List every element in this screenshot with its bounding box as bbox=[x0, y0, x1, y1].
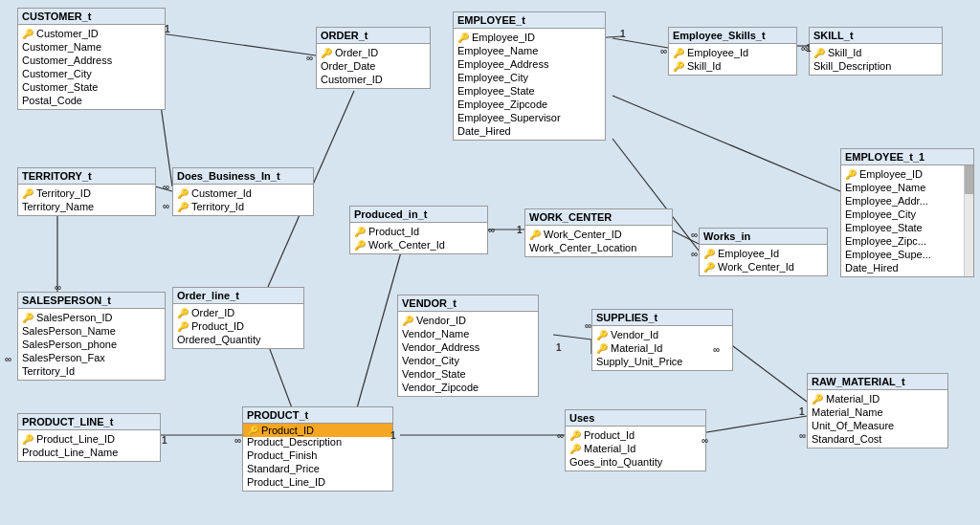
table-title-SUPPLIES_t: SUPPLIES_t bbox=[592, 310, 732, 326]
table-title-Works_in: Works_in bbox=[700, 229, 827, 245]
key-icon: 🔑 bbox=[177, 202, 189, 212]
table-SALESPERSON_t: SALESPERSON_t 🔑SalesPerson_ID SalesPerso… bbox=[17, 292, 166, 381]
table-SKILL_t: SKILL_t 🔑Skill_Id Skill_Description bbox=[809, 27, 943, 76]
key-icon: 🔑 bbox=[177, 308, 189, 318]
svg-line-16 bbox=[553, 335, 591, 339]
svg-line-0 bbox=[161, 33, 316, 55]
table-EMPLOYEE_t_1: EMPLOYEE_t_1 🔑Employee_ID Employee_Name … bbox=[840, 148, 974, 277]
table-title-ORDER_t: ORDER_t bbox=[317, 28, 430, 44]
cardinality-label: 1 bbox=[799, 406, 805, 417]
table-SUPPLIES_t: SUPPLIES_t 🔑Vendor_Id 🔑Material_Id Suppl… bbox=[591, 309, 733, 371]
cardinality-label: ∞ bbox=[306, 53, 313, 63]
cardinality-label: ∞ bbox=[799, 430, 806, 441]
key-icon: 🔑 bbox=[703, 249, 715, 259]
key-icon: 🔑 bbox=[596, 343, 608, 354]
cardinality-label: ∞ bbox=[585, 320, 591, 331]
table-title-CUSTOMER_t: CUSTOMER_t bbox=[18, 9, 165, 25]
key-icon: 🔑 bbox=[402, 316, 413, 326]
table-title-PRODUCT_LINE_t: PRODUCT_LINE_t bbox=[18, 414, 160, 430]
key-icon: 🔑 bbox=[22, 188, 33, 199]
table-title-Employee_Skills_t: Employee_Skills_t bbox=[669, 28, 796, 44]
table-PRODUCT_LINE_t: PRODUCT_LINE_t 🔑Product_Line_ID Product_… bbox=[17, 413, 161, 462]
table-TERRITORY_t: TERRITORY_t 🔑Territory_ID Territory_Name bbox=[17, 167, 156, 216]
scrollbar-thumb[interactable] bbox=[965, 165, 973, 194]
cardinality-label: ∞ bbox=[163, 201, 169, 211]
cardinality-label: ∞ bbox=[488, 225, 495, 235]
key-icon: 🔑 bbox=[569, 444, 581, 454]
cardinality-label: ∞ bbox=[691, 249, 698, 259]
svg-line-18 bbox=[689, 416, 807, 435]
key-icon: 🔑 bbox=[177, 321, 189, 332]
table-title-EMPLOYEE_t: EMPLOYEE_t bbox=[454, 12, 605, 29]
table-title-VENDOR_t: VENDOR_t bbox=[398, 295, 538, 312]
table-Uses: Uses 🔑Product_Id 🔑Material_Id Goes_into_… bbox=[565, 409, 706, 471]
key-icon: 🔑 bbox=[247, 426, 258, 436]
table-title-RAW_MATERIAL_t: RAW_MATERIAL_t bbox=[808, 374, 947, 390]
key-icon: 🔑 bbox=[596, 330, 608, 340]
cardinality-label: 1 bbox=[620, 29, 626, 39]
cardinality-label: ∞ bbox=[55, 282, 61, 293]
svg-line-4 bbox=[612, 96, 840, 191]
table-title-WORK_CENTER: WORK_CENTER bbox=[525, 209, 672, 226]
cardinality-label: 1 bbox=[517, 225, 523, 235]
cardinality-label: ∞ bbox=[5, 354, 11, 364]
table-title-TERRITORY_t: TERRITORY_t bbox=[18, 168, 155, 185]
cardinality-label: ∞ bbox=[702, 435, 708, 446]
cardinality-label: ∞ bbox=[163, 182, 169, 192]
key-icon: 🔑 bbox=[177, 188, 189, 199]
table-Produced_in_t: Produced_in_t 🔑Product_Id 🔑Work_Center_I… bbox=[349, 206, 488, 254]
key-icon: 🔑 bbox=[703, 262, 715, 273]
diagram-canvas: CUSTOMER_t 🔑Customer_ID Customer_Name Cu… bbox=[0, 0, 980, 525]
svg-line-8 bbox=[161, 105, 172, 186]
key-icon: 🔑 bbox=[812, 394, 823, 405]
key-icon: 🔑 bbox=[673, 48, 684, 58]
key-icon: 🔑 bbox=[321, 48, 332, 58]
key-icon: 🔑 bbox=[457, 33, 469, 43]
table-WORK_CENTER: WORK_CENTER 🔑Work_Center_ID Work_Center_… bbox=[524, 208, 673, 257]
table-title-Does_Business_In_t: Does_Business_In_t bbox=[173, 168, 313, 185]
table-title-SKILL_t: SKILL_t bbox=[810, 28, 942, 44]
scrollbar[interactable] bbox=[964, 165, 973, 276]
table-title-Produced_in_t: Produced_in_t bbox=[350, 207, 487, 223]
cardinality-label: ∞ bbox=[660, 46, 667, 56]
key-icon: 🔑 bbox=[529, 230, 541, 240]
table-title-SALESPERSON_t: SALESPERSON_t bbox=[18, 293, 165, 309]
table-title-Order_line_t: Order_line_t bbox=[173, 288, 303, 304]
key-icon: 🔑 bbox=[22, 29, 33, 39]
cardinality-label: 1 bbox=[806, 43, 812, 54]
key-icon: 🔑 bbox=[813, 48, 825, 58]
table-PRODUCT_t: PRODUCT_t 🔑 Product_ID Product_Descripti… bbox=[242, 406, 393, 492]
cardinality-label: ∞ bbox=[557, 430, 564, 441]
table-VENDOR_t: VENDOR_t 🔑Vendor_ID Vendor_Name Vendor_A… bbox=[397, 295, 539, 397]
cardinality-label: 1 bbox=[390, 430, 396, 441]
cardinality-label: 1 bbox=[165, 24, 170, 34]
key-icon: 🔑 bbox=[22, 313, 33, 323]
key-icon: 🔑 bbox=[354, 227, 366, 237]
cardinality-label: ∞ bbox=[234, 435, 241, 446]
table-EMPLOYEE_t: EMPLOYEE_t 🔑Employee_ID Employee_Name Em… bbox=[453, 11, 606, 141]
table-title-PRODUCT_t: PRODUCT_t bbox=[243, 407, 392, 424]
table-Order_line_t: Order_line_t 🔑Order_ID 🔑Product_ID Order… bbox=[172, 287, 304, 349]
cardinality-label: 1 bbox=[162, 435, 167, 446]
table-Does_Business_In_t: Does_Business_In_t 🔑Customer_Id 🔑Territo… bbox=[172, 167, 314, 216]
key-icon: 🔑 bbox=[845, 169, 857, 180]
table-ORDER_t: ORDER_t 🔑Order_ID Order_Date Customer_ID bbox=[316, 27, 431, 89]
key-icon: 🔑 bbox=[673, 61, 684, 72]
cardinality-label: ∞ bbox=[691, 230, 698, 240]
cardinality-label: 1 bbox=[556, 342, 562, 353]
table-title-Uses: Uses bbox=[566, 410, 705, 427]
table-Employee_Skills_t: Employee_Skills_t 🔑Employee_Id 🔑Skill_Id bbox=[668, 27, 797, 76]
key-icon: 🔑 bbox=[569, 430, 581, 441]
cardinality-label: ∞ bbox=[713, 344, 720, 355]
table-CUSTOMER_t: CUSTOMER_t 🔑Customer_ID Customer_Name Cu… bbox=[17, 8, 166, 110]
key-icon: 🔑 bbox=[354, 240, 366, 251]
key-icon: 🔑 bbox=[22, 434, 33, 445]
table-Works_in: Works_in 🔑Employee_Id 🔑Work_Center_Id bbox=[699, 228, 828, 276]
table-RAW_MATERIAL_t: RAW_MATERIAL_t 🔑Material_ID Material_Nam… bbox=[807, 373, 948, 448]
table-title-EMPLOYEE_t_1: EMPLOYEE_t_1 bbox=[841, 149, 973, 165]
